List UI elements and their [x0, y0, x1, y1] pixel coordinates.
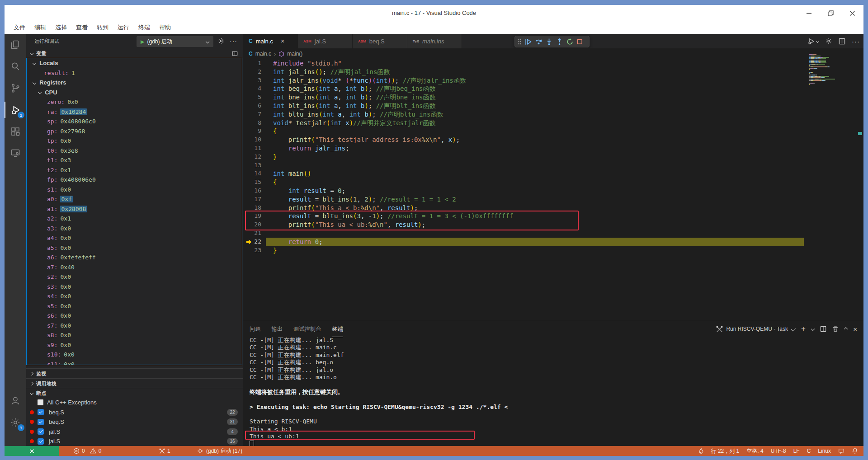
- terminal-task-label[interactable]: Run RISCV-QEMU - Task: [716, 326, 795, 333]
- cursor-position[interactable]: 行 22，列 1: [711, 447, 740, 455]
- close-tab-icon[interactable]: ×: [281, 38, 284, 45]
- close-window-button[interactable]: [847, 8, 857, 18]
- indentation[interactable]: 空格: 4: [746, 447, 763, 455]
- variable-s11[interactable]: s11:0x0: [27, 360, 242, 366]
- variable-a0[interactable]: a0:0xf: [27, 194, 242, 204]
- variable-t1[interactable]: t1:0x3: [27, 155, 242, 165]
- kill-terminal-trash-icon[interactable]: [832, 326, 839, 332]
- checkbox[interactable]: [38, 409, 44, 415]
- variable-t2[interactable]: t2:0x1: [27, 165, 242, 175]
- variable-s7[interactable]: s7:0x0: [27, 321, 242, 331]
- variable-result[interactable]: result:1: [27, 68, 242, 78]
- source-control-icon[interactable]: [5, 78, 26, 98]
- title-bar[interactable]: main.c - 17 - Visual Studio Code: [5, 5, 863, 21]
- feedback-icon[interactable]: [838, 448, 844, 454]
- remote-explorer-icon[interactable]: [5, 143, 26, 163]
- code-line-17[interactable]: 17 result = blt_ins(1, 2); //result = 1 …: [243, 195, 863, 204]
- variable-s3[interactable]: s3:0x0: [27, 282, 242, 292]
- debug-session-status[interactable]: (gdb) 启动 (17): [198, 446, 242, 456]
- notifications-bell-icon[interactable]: [852, 448, 858, 454]
- minimap[interactable]: [809, 54, 863, 85]
- variable-ra[interactable]: ra:0x10284: [27, 107, 242, 117]
- code-line-14[interactable]: 14int main(): [243, 169, 863, 178]
- code-line-9[interactable]: 9{: [243, 127, 863, 136]
- panel-tab-调试控制台[interactable]: 调试控制台: [293, 321, 321, 337]
- gear-icon[interactable]: [825, 38, 832, 45]
- step-into-icon[interactable]: [545, 38, 553, 46]
- code-line-23[interactable]: 23}: [243, 246, 863, 255]
- more-actions-icon[interactable]: ···: [230, 38, 237, 45]
- code-line-13[interactable]: 13: [243, 161, 863, 170]
- variable-a1[interactable]: a1:0x28008: [27, 204, 242, 214]
- menu-item-3[interactable]: 查看: [71, 22, 92, 33]
- menu-item-5[interactable]: 运行: [113, 22, 134, 33]
- restart-icon[interactable]: [566, 38, 574, 46]
- variable-a4[interactable]: a4:0x0: [27, 233, 242, 243]
- code-line-7[interactable]: 7int bltu_ins(int a, int b); //声明bltu_in…: [243, 110, 863, 119]
- panel-layout-icon[interactable]: [232, 51, 238, 56]
- step-over-icon[interactable]: [535, 38, 542, 46]
- menu-item-7[interactable]: 帮助: [155, 22, 175, 33]
- variable-s10[interactable]: s10:0x0: [27, 350, 242, 360]
- variable-t0[interactable]: t0:0x3e8: [27, 146, 242, 156]
- split-editor-icon[interactable]: [839, 38, 845, 45]
- variable-s9[interactable]: s9:0x0: [27, 340, 242, 350]
- settings-gear-icon[interactable]: 1: [5, 413, 26, 432]
- split-terminal-icon[interactable]: [820, 326, 826, 332]
- step-out-icon[interactable]: [556, 38, 563, 46]
- variable-zero[interactable]: zero:0x0: [27, 97, 242, 107]
- checkbox[interactable]: [38, 419, 44, 425]
- run-and-debug-icon[interactable]: 1: [5, 100, 26, 120]
- restore-button[interactable]: [826, 8, 835, 18]
- code-line-16[interactable]: 16 int result = 0;: [243, 187, 863, 195]
- breakpoints-section-header[interactable]: 断点: [26, 388, 243, 398]
- debug-settings-gear-icon[interactable]: [218, 38, 225, 44]
- breakpoint-item-beq.S-31[interactable]: beq.S31: [26, 417, 243, 427]
- breadcrumb-file[interactable]: main.c: [255, 51, 271, 57]
- flame-icon[interactable]: [698, 448, 704, 454]
- variable-a2[interactable]: a2:0x1: [27, 214, 242, 224]
- continue-icon[interactable]: [524, 38, 532, 46]
- stop-icon[interactable]: [576, 38, 583, 45]
- code-line-4[interactable]: 4int beq_ins(int a, int b); //声明beq_ins函…: [243, 84, 863, 93]
- breakpoint-item-jal.S-4[interactable]: jal.S4: [26, 427, 243, 437]
- watch-section-header[interactable]: 监视: [26, 368, 243, 379]
- terminal-output[interactable]: CC -[M] 正在构建... jal.SCC -[M] 正在构建... mai…: [250, 337, 863, 446]
- variable-s4[interactable]: s4:0x0: [27, 291, 242, 301]
- code-line-22[interactable]: 22 return 0;: [243, 238, 863, 246]
- editor-tab-main.c[interactable]: Cmain.c×: [243, 34, 298, 48]
- editor-tab-beq.S[interactable]: ASMbeq.S: [353, 34, 407, 48]
- terminal-dropdown-icon[interactable]: [811, 327, 815, 331]
- code-line-12[interactable]: 12}: [243, 153, 863, 161]
- eol-sequence[interactable]: LF: [793, 448, 800, 454]
- tasks-status[interactable]: 1: [159, 446, 170, 456]
- menu-item-4[interactable]: 转到: [92, 22, 113, 33]
- more-actions-icon[interactable]: ···: [852, 38, 860, 45]
- menu-item-2[interactable]: 选择: [51, 22, 71, 33]
- breakpoint-all-cpp-exceptions[interactable]: All C++ Exceptions: [26, 398, 243, 408]
- variable-s1[interactable]: s1:0x0: [27, 185, 242, 195]
- call-stack-section-header[interactable]: 调用堆栈: [26, 378, 243, 389]
- encoding[interactable]: UTF-8: [771, 448, 786, 454]
- maximize-panel-icon[interactable]: [844, 327, 848, 331]
- code-line-6[interactable]: 6int blt_ins(int a, int b); //声明blt_ins函…: [243, 102, 863, 110]
- variable-s6[interactable]: s6:0x0: [27, 311, 242, 321]
- start-debug-icon[interactable]: ▶: [141, 39, 144, 45]
- run-or-debug-icon[interactable]: [807, 38, 819, 45]
- launch-config-dropdown[interactable]: ▶ (gdb) 启动: [137, 36, 213, 47]
- minimize-button[interactable]: [804, 8, 814, 18]
- checkbox[interactable]: [38, 428, 44, 435]
- menu-item-0[interactable]: 文件: [9, 22, 30, 33]
- variable-s2[interactable]: s2:0x0: [27, 272, 242, 282]
- panel-tab-输出[interactable]: 输出: [272, 321, 283, 337]
- extensions-icon[interactable]: [5, 122, 26, 141]
- menu-item-6[interactable]: 终端: [134, 22, 155, 33]
- code-line-11[interactable]: 11 return jalr_ins;: [243, 144, 863, 153]
- tree-node-CPU[interactable]: CPU: [27, 88, 242, 98]
- variable-s8[interactable]: s8:0x0: [27, 330, 242, 340]
- code-line-1[interactable]: 1#include "stdio.h": [243, 59, 863, 68]
- code-line-15[interactable]: 15{: [243, 178, 863, 187]
- variable-s5[interactable]: s5:0x0: [27, 301, 242, 311]
- panel-tab-问题[interactable]: 问题: [250, 321, 261, 337]
- code-line-8[interactable]: 8void* testjalr(int x)//声明并定义testjalr函数: [243, 119, 863, 127]
